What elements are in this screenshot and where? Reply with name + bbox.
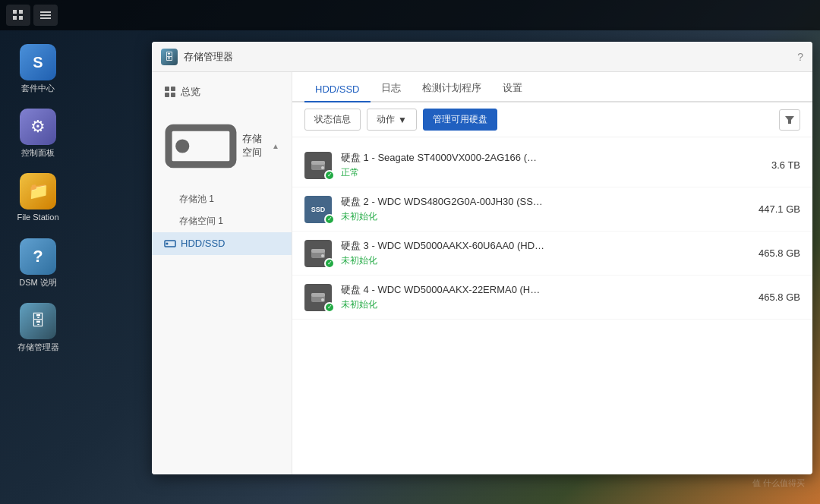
disk-item-3[interactable]: ✓ 硬盘 3 - WDC WD5000AAKX-60U6AA0 (HD… 未初始…: [292, 232, 812, 276]
svg-rect-0: [13, 10, 17, 14]
dsm-label: DSM 说明: [19, 278, 57, 288]
nav-storage-space-label: 存储空间: [242, 132, 267, 159]
actions-button[interactable]: 动作 ▼: [367, 109, 417, 131]
storage-manager-window: 🗄 存储管理器 ? 总览 存储空间 ▲ 存储池 1 存储空间 1: [152, 42, 812, 474]
nav-storage-space-1[interactable]: 存储空间 1: [152, 210, 292, 232]
svg-rect-1: [13, 16, 17, 20]
disk-2-info: 硬盘 2 - WDC WDS480G2G0A-00JH30 (SS… 未初始化: [341, 195, 738, 223]
dsm-icon: ?: [20, 238, 56, 275]
nav-overview[interactable]: 总览: [152, 80, 292, 104]
filestation-icon: 📁: [20, 173, 56, 209]
status-info-button[interactable]: 状态信息: [304, 109, 361, 131]
right-content: HDD/SSD 日志 检测计划程序 设置 状态信息 动作 ▼ 管理可用硬盘: [292, 72, 812, 474]
sidebar-icon-storage[interactable]: 🗄 存储管理器: [4, 297, 72, 358]
nav-storage-pool-1-label: 存储池 1: [179, 193, 214, 206]
disk-1-status-badge: ✓: [324, 170, 335, 181]
sidebar-icon-suite[interactable]: S 套件中心: [4, 38, 72, 99]
svg-rect-23: [311, 293, 325, 297]
tab-hdd-ssd[interactable]: HDD/SSD: [304, 77, 371, 102]
disk-4-status: 未初始化: [341, 298, 738, 311]
disk-1-name: 硬盘 1 - Seagate ST4000VX000-2AG166 (…: [341, 151, 738, 165]
sidebar-icon-dsm[interactable]: ? DSM 说明: [4, 232, 72, 294]
svg-point-18: [321, 166, 324, 169]
expand-arrow-icon: ▲: [272, 142, 279, 150]
svg-rect-3: [19, 16, 23, 20]
svg-point-24: [321, 298, 324, 301]
svg-rect-10: [171, 93, 175, 97]
actions-dropdown-icon: ▼: [398, 115, 407, 125]
taskbar: [0, 0, 820, 30]
disk-4-name: 硬盘 4 - WDC WD5000AAKX-22ERMA0 (H…: [341, 283, 738, 297]
window-title: 存储管理器: [184, 50, 791, 64]
svg-rect-5: [40, 14, 51, 16]
tabs-bar: HDD/SSD 日志 检测计划程序 设置: [292, 72, 812, 102]
disk-4-size: 465.8 GB: [747, 291, 800, 303]
svg-rect-20: [311, 249, 325, 253]
svg-rect-17: [311, 161, 325, 165]
suite-label: 套件中心: [21, 83, 55, 93]
filter-button[interactable]: [779, 109, 800, 131]
svg-rect-9: [165, 93, 169, 97]
disk-3-size: 465.8 GB: [747, 247, 800, 259]
tab-scan[interactable]: 检测计划程序: [412, 75, 492, 102]
disk-3-name: 硬盘 3 - WDC WD5000AAKX-60U6AA0 (HD…: [341, 239, 738, 253]
storage-icon: 🗄: [20, 303, 56, 339]
disk-3-info: 硬盘 3 - WDC WD5000AAKX-60U6AA0 (HD… 未初始化: [341, 239, 738, 267]
window-body: 总览 存储空间 ▲ 存储池 1 存储空间 1 HDD/SSD HDD/SSD: [152, 72, 812, 474]
disk-item-2[interactable]: SSD ✓ 硬盘 2 - WDC WDS480G2G0A-00JH30 (SS……: [292, 187, 812, 232]
svg-point-12: [175, 139, 189, 153]
disk-2-size: 447.1 GB: [747, 203, 800, 215]
svg-point-14: [166, 242, 169, 244]
sidebar-icon-control[interactable]: ⚙ 控制面板: [4, 102, 72, 164]
sidebar-icon-filestation[interactable]: 📁 File Station: [4, 167, 72, 228]
watermark: 值 什么值得买: [752, 477, 805, 489]
disk-2-name: 硬盘 2 - WDC WDS480G2G0A-00JH30 (SS…: [341, 195, 738, 209]
nav-hdd-ssd[interactable]: HDD/SSD: [152, 232, 292, 255]
svg-rect-7: [165, 87, 169, 91]
nav-storage-pool-1[interactable]: 存储池 1: [152, 188, 292, 210]
disk-4-icon-wrapper: ✓: [304, 284, 332, 311]
svg-rect-2: [19, 10, 23, 14]
disk-item-1[interactable]: ✓ 硬盘 1 - Seagate ST4000VX000-2AG166 (… 正…: [292, 143, 812, 187]
storage-label: 存储管理器: [17, 342, 59, 352]
taskbar-apps-button[interactable]: [33, 5, 58, 26]
suite-icon: S: [20, 44, 56, 80]
nav-storage-space-section[interactable]: 存储空间 ▲: [152, 104, 292, 188]
svg-marker-15: [785, 116, 794, 124]
manage-disks-button[interactable]: 管理可用硬盘: [423, 109, 497, 131]
disk-3-icon-wrapper: ✓: [304, 240, 332, 267]
disk-2-status: 未初始化: [341, 210, 738, 223]
tab-log[interactable]: 日志: [371, 75, 412, 102]
disk-4-status-badge: ✓: [324, 302, 335, 313]
left-nav: 总览 存储空间 ▲ 存储池 1 存储空间 1 HDD/SSD: [152, 72, 292, 474]
disk-2-status-badge: ✓: [324, 214, 335, 225]
svg-point-21: [321, 254, 324, 257]
nav-hdd-ssd-label: HDD/SSD: [181, 238, 226, 249]
disk-3-status: 未初始化: [341, 254, 738, 267]
disk-1-status: 正常: [341, 166, 738, 179]
disk-2-icon-wrapper: SSD ✓: [304, 196, 332, 223]
nav-storage-space-1-label: 存储空间 1: [179, 215, 223, 228]
nav-overview-label: 总览: [181, 85, 200, 99]
tab-settings[interactable]: 设置: [492, 75, 533, 102]
toolbar: 状态信息 动作 ▼ 管理可用硬盘: [292, 102, 812, 137]
svg-rect-6: [40, 17, 51, 19]
disk-1-size: 3.6 TB: [747, 159, 800, 171]
disk-3-status-badge: ✓: [324, 258, 335, 269]
disk-4-info: 硬盘 4 - WDC WD5000AAKX-22ERMA0 (H… 未初始化: [341, 283, 738, 311]
disk-1-info: 硬盘 1 - Seagate ST4000VX000-2AG166 (… 正常: [341, 151, 738, 179]
window-titlebar: 🗄 存储管理器 ?: [152, 42, 812, 72]
desktop-sidebar: S 套件中心 ⚙ 控制面板 📁 File Station ? DSM 说明 🗄 …: [0, 30, 76, 504]
svg-rect-4: [40, 11, 51, 13]
disk-item-4[interactable]: ✓ 硬盘 4 - WDC WD5000AAKX-22ERMA0 (H… 未初始化…: [292, 276, 812, 320]
svg-rect-8: [171, 87, 175, 91]
disk-list: ✓ 硬盘 1 - Seagate ST4000VX000-2AG166 (… 正…: [292, 137, 812, 474]
control-label: 控制面板: [21, 148, 55, 158]
window-icon: 🗄: [161, 49, 178, 65]
filestation-label: File Station: [17, 213, 58, 222]
taskbar-grid-button[interactable]: [6, 5, 30, 26]
disk-1-icon-wrapper: ✓: [304, 152, 332, 179]
help-button[interactable]: ?: [797, 51, 803, 63]
control-icon: ⚙: [20, 109, 56, 145]
